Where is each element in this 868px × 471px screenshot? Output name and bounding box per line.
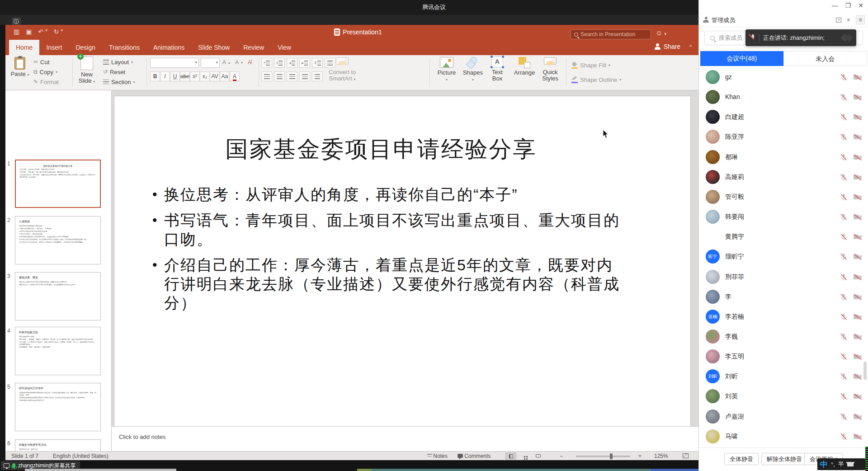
participant-row[interactable]: 卢嘉澍 bbox=[699, 407, 868, 427]
muted-mic-icon[interactable] bbox=[840, 73, 848, 81]
slide-thumbnail-1[interactable]: 国家基金委项目申请经验分享•换位思考：从评审人的角度，再读你自己的“本子”•书写… bbox=[15, 160, 101, 208]
language-status[interactable]: English (United States) bbox=[53, 453, 108, 459]
participant-row[interactable]: 荆菲菲 bbox=[699, 267, 868, 287]
muted-camera-icon[interactable] bbox=[853, 93, 862, 101]
muted-camera-icon[interactable] bbox=[853, 413, 862, 421]
muted-mic-icon[interactable] bbox=[840, 333, 848, 341]
new-slide-button[interactable]: New Slide ▾ bbox=[75, 57, 99, 85]
participant-row[interactable]: gz bbox=[699, 67, 868, 87]
muted-camera-icon[interactable] bbox=[853, 193, 862, 201]
strikethrough-button[interactable]: abe bbox=[180, 71, 190, 81]
paste-button[interactable]: Paste ▾ bbox=[10, 57, 30, 78]
muted-camera-icon[interactable] bbox=[853, 173, 862, 181]
undo-icon[interactable]: ↶ bbox=[38, 28, 43, 35]
comments-toggle[interactable]: Comments bbox=[458, 453, 491, 459]
participant-row[interactable]: 李巍 bbox=[699, 327, 868, 347]
muted-camera-icon[interactable] bbox=[853, 392, 862, 400]
ime-width-icon[interactable]: 半 bbox=[838, 460, 844, 468]
section-button[interactable]: Section ▾ bbox=[103, 78, 135, 85]
tab-review[interactable]: Review bbox=[236, 40, 271, 55]
participant-row[interactable]: 李 bbox=[699, 287, 868, 307]
numbering-button[interactable]: 1 bbox=[274, 58, 285, 68]
arrange-button[interactable]: Arrange bbox=[513, 57, 536, 76]
tab-insert[interactable]: Insert bbox=[39, 40, 69, 55]
slide-canvas[interactable]: 国家基金委项目申请经验分享 换位思考：从评审人的角度，再读你自己的“本子”书写语… bbox=[114, 96, 690, 426]
ribbon-collapse-icon[interactable]: ⌃ bbox=[689, 44, 693, 51]
participant-row[interactable]: 刘昕刘昕 bbox=[699, 367, 868, 386]
tab-animations[interactable]: Animations bbox=[146, 40, 191, 55]
copy-button[interactable]: ⧉ Copy ▾ bbox=[33, 68, 57, 75]
participant-row[interactable]: 昕宁颉昕宁 bbox=[699, 247, 868, 267]
justify-button[interactable] bbox=[299, 71, 310, 81]
save-icon[interactable]: ▣ bbox=[26, 28, 32, 35]
ime-lang-icon[interactable]: 中 bbox=[820, 459, 828, 470]
muted-camera-icon[interactable] bbox=[853, 213, 862, 221]
slide-thumbnail-3[interactable]: 避免抄袭、重复•照抄他人文章引言的背景介绍同样是抄袭，查重软件可以轻易识别•重复… bbox=[15, 272, 101, 320]
shape-outline-button[interactable]: Shape Outline ▾ bbox=[571, 76, 621, 83]
muted-mic-icon[interactable] bbox=[840, 193, 848, 201]
panel-tab-in-meeting[interactable]: 会议中(48) bbox=[700, 51, 783, 66]
zoom-level[interactable]: 125% bbox=[654, 453, 668, 459]
participant-row[interactable]: 若楠李若楠 bbox=[699, 307, 868, 327]
muted-mic-icon[interactable] bbox=[840, 372, 848, 381]
line-spacing-button[interactable]: ⇕ bbox=[312, 58, 323, 68]
muted-mic-icon[interactable] bbox=[840, 233, 848, 241]
zoom-slider[interactable] bbox=[576, 456, 630, 457]
popout-icon[interactable]: ↗ bbox=[836, 18, 841, 23]
slide-thumbnail-4[interactable]: 特色与创新之处•理论创新和方法创新•理论创新，一般很难；能建立一套新理论，那就进… bbox=[15, 327, 101, 375]
font-color-button[interactable]: A bbox=[230, 71, 240, 81]
participant-row[interactable]: 李五明 bbox=[699, 347, 868, 367]
sidebar-toggle-icon[interactable]: ▥ bbox=[14, 28, 19, 35]
subscript-button[interactable]: x₂ bbox=[200, 71, 210, 81]
muted-camera-icon[interactable] bbox=[853, 73, 862, 81]
participant-row[interactable]: 马啸 bbox=[699, 427, 868, 447]
muted-mic-icon[interactable] bbox=[840, 392, 848, 400]
convert-smartart-button[interactable]: Convert to SmartArt ▾ bbox=[322, 57, 363, 83]
muted-mic-icon[interactable] bbox=[840, 173, 848, 181]
slide-thumbnail-2[interactable]: 立项依据•撰写国内外发展现状与研究动态•背景介绍的繁简情况 — 博古通今，引用价… bbox=[15, 216, 101, 264]
feedback-smiley-icon[interactable]: ☺ ▾ bbox=[656, 29, 666, 37]
fit-to-window-button[interactable] bbox=[683, 453, 689, 460]
font-size-select[interactable] bbox=[201, 58, 220, 68]
muted-mic-icon[interactable] bbox=[840, 93, 848, 101]
bullets-button[interactable]: • bbox=[261, 58, 272, 68]
close-icon[interactable]: ✕ bbox=[858, 2, 863, 9]
align-right-button[interactable] bbox=[287, 71, 297, 81]
participant-row[interactable]: 黄腾宇 bbox=[699, 227, 868, 247]
picture-button[interactable]: Picture ▾ bbox=[436, 57, 458, 83]
muted-mic-icon[interactable] bbox=[840, 433, 848, 441]
muted-camera-icon[interactable] bbox=[853, 113, 862, 121]
muted-camera-icon[interactable] bbox=[853, 153, 862, 161]
tab-design[interactable]: Design bbox=[69, 40, 102, 55]
change-case-button[interactable]: Aa bbox=[220, 71, 230, 81]
increase-indent-button[interactable]: ▸ bbox=[299, 58, 310, 68]
bold-button[interactable]: B bbox=[150, 71, 160, 81]
shape-fill-button[interactable]: Shape Fill ▾ bbox=[571, 61, 610, 69]
participant-row[interactable]: 韩要闯 bbox=[699, 207, 868, 227]
maximize-icon[interactable]: ❐ bbox=[845, 2, 851, 9]
cut-button[interactable]: ✂ Cut bbox=[33, 58, 49, 66]
panel-close-icon[interactable]: × bbox=[847, 16, 850, 24]
slide-sorter-view-button[interactable] bbox=[519, 452, 530, 460]
participant-row[interactable]: 白建超 bbox=[699, 107, 868, 127]
normal-view-button[interactable] bbox=[505, 452, 516, 460]
participant-row[interactable]: Khan bbox=[699, 87, 868, 107]
slide-thumbnail-5[interactable]: 研究基础与工作条件•资源好的学校和科研机构要将条件写在实处，比如说实验室面积/人… bbox=[15, 383, 101, 431]
format-painter-button[interactable]: ✎ Format bbox=[33, 78, 59, 85]
muted-camera-icon[interactable] bbox=[853, 353, 862, 361]
muted-camera-icon[interactable] bbox=[853, 273, 862, 281]
share-button[interactable]: Share bbox=[655, 43, 680, 50]
font-name-select[interactable] bbox=[150, 58, 199, 68]
participant-row[interactable]: 刘英 bbox=[699, 386, 868, 406]
muted-mic-icon[interactable] bbox=[840, 113, 848, 121]
muted-mic-icon[interactable] bbox=[840, 293, 848, 301]
shrink-font-button[interactable]: A▾ bbox=[235, 59, 243, 66]
unmute-all-button[interactable]: 解除全体静音 bbox=[761, 453, 807, 465]
panel-menu-icon[interactable]: ≡ bbox=[856, 15, 865, 24]
muted-mic-icon[interactable] bbox=[840, 153, 848, 161]
tab-transitions[interactable]: Transitions bbox=[102, 40, 146, 55]
zoom-out-button[interactable]: − bbox=[560, 453, 563, 459]
ime-punct-icon[interactable]: °, bbox=[831, 461, 835, 468]
muted-camera-icon[interactable] bbox=[853, 253, 862, 261]
qat-customize-icon[interactable]: ▾ bbox=[61, 28, 63, 35]
